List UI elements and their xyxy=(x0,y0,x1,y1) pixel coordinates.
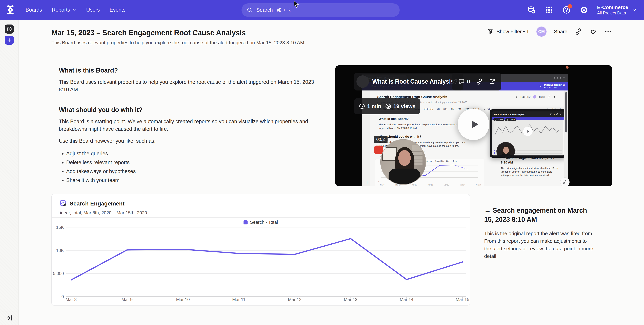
more-options-icon[interactable] xyxy=(604,28,612,35)
play-button[interactable] xyxy=(458,109,489,140)
x-tick-label: Mar 11 xyxy=(232,297,246,302)
chart-legend: Search - Total xyxy=(52,220,470,225)
captured-hide-filter: Hide Filter xyxy=(520,96,530,98)
link-icon xyxy=(548,95,550,98)
video-actions-pill: 0 xyxy=(452,73,501,90)
captured-x-tick-label: Mar 11 xyxy=(412,184,416,186)
nav-boards[interactable]: Boards xyxy=(26,7,42,13)
intro-paragraph-2: This Board is a starting point. We’ve au… xyxy=(59,118,316,133)
left-rail xyxy=(0,20,19,325)
project-scope: All Project Data xyxy=(597,10,628,15)
page-subtitle: This Board uses relevant properties to h… xyxy=(52,40,304,45)
search-placeholder: Search xyxy=(256,7,273,13)
chevron-down-icon xyxy=(72,8,76,12)
intro-text-widget: What is this Board? This Board uses rele… xyxy=(59,67,316,184)
range-button: 6M xyxy=(456,107,462,111)
video-title-pill: What is Root Cause Analysis? xyxy=(354,73,463,90)
list-item: Adjust the queries xyxy=(66,150,316,157)
captured-x-tick-label: Mar 9 xyxy=(380,184,384,186)
copy-link-icon[interactable] xyxy=(575,28,582,35)
y-tick-label: 5,000 xyxy=(52,271,64,276)
search-input[interactable]: Search ⌘ + K xyxy=(242,3,400,17)
nested-comments-count: 0 xyxy=(554,113,554,115)
show-filter-button[interactable]: Show Filter • 1 xyxy=(487,28,529,35)
nested-play-button xyxy=(523,127,532,136)
rail-divider xyxy=(0,312,19,312)
nav-users[interactable]: Users xyxy=(86,7,100,13)
legend-swatch xyxy=(244,220,248,224)
x-tick-label: Mar 14 xyxy=(400,297,414,302)
intro-paragraph-3: Use this Board however you like, such as… xyxy=(59,137,316,145)
board-controls: Show Filter • 1 CM Share xyxy=(487,26,612,36)
project-switcher[interactable]: E-Commerce All Project Data xyxy=(597,4,637,15)
line-chart-plot xyxy=(66,225,466,301)
funnel-plus-icon xyxy=(487,28,494,35)
list-item: Share it with your team xyxy=(66,177,316,184)
video-title: What is Root Cause Analysis? xyxy=(372,78,458,85)
video-timestamp: 0:02 xyxy=(374,136,388,143)
captured-scrollbar xyxy=(564,90,568,186)
side-note-body: This is the original report the alert wa… xyxy=(484,230,595,260)
captured-copy-link-button xyxy=(560,177,570,186)
report-subtitle: Linear, total, Mar 8th, 2020 – Mar 15th,… xyxy=(58,210,147,216)
x-tick-label: Mar 10 xyxy=(176,297,190,302)
nested-video-tablet: What is Root Cause Analysis? 0 18 sec xyxy=(490,109,566,158)
side-note: ← Search engagement on March 15, 2023 8:… xyxy=(484,206,595,260)
nav-reports[interactable]: Reports xyxy=(52,7,76,13)
report-title[interactable]: Search Engagement xyxy=(70,200,124,207)
video-views: 19 views xyxy=(394,103,416,109)
discover-compass-button[interactable] xyxy=(5,24,14,33)
top-nav: Boards Reports Users Events Search ⌘ + K… xyxy=(0,0,644,20)
settings-gear-icon[interactable] xyxy=(580,5,588,14)
line-chart-report-icon xyxy=(60,200,67,207)
help-icon[interactable] xyxy=(562,5,571,14)
y-tick-label: 10K xyxy=(52,248,64,253)
open-external-icon[interactable] xyxy=(488,78,496,85)
y-tick-label: 15K xyxy=(52,225,64,230)
clock-icon xyxy=(495,119,496,121)
list-item: Add takeaways or hypotheses xyxy=(66,168,316,175)
captured-x-tick-label: Mar 12 xyxy=(428,184,433,186)
video-meta-pill: 1 min 19 views xyxy=(354,98,420,114)
x-tick-label: Mar 12 xyxy=(288,297,302,302)
add-board-button[interactable] xyxy=(5,35,14,45)
captured-x-axis-labels: Mar 9Mar 10Mar 11Mar 12Mar 13Mar 14Mar 1… xyxy=(380,184,481,186)
expand-sidebar-button[interactable] xyxy=(6,314,14,322)
x-tick-label: Mar 8 xyxy=(66,297,77,302)
funnel-icon xyxy=(515,95,518,98)
legend-label: Search - Total xyxy=(250,220,278,225)
share-button[interactable]: Share xyxy=(554,29,567,34)
apps-grid-icon[interactable] xyxy=(545,5,554,14)
favorite-heart-icon[interactable] xyxy=(590,28,597,35)
nested-views: 1 view xyxy=(509,119,514,121)
captured-share: Share xyxy=(539,96,545,98)
recording-dot xyxy=(566,66,568,69)
nav-events[interactable]: Events xyxy=(110,7,126,13)
video-comments-button[interactable]: 0 xyxy=(458,78,470,85)
range-button: Yesterday xyxy=(422,107,435,111)
intro-bullet-list: Adjust the queries Delete less relevant … xyxy=(66,150,316,184)
range-button: 30D xyxy=(442,107,449,111)
link-icon xyxy=(556,113,558,115)
range-button: 7D xyxy=(436,107,441,111)
record-stop-button[interactable] xyxy=(374,146,383,154)
heart-icon xyxy=(553,95,556,98)
captured-project-scope: All Project Data xyxy=(544,86,565,88)
mixpanel-board-page: Boards Reports Users Events Search ⌘ + K… xyxy=(0,0,644,325)
report-card-search-engagement: Search Engagement Linear, total, Mar 8th… xyxy=(52,194,470,306)
avatar[interactable]: CM xyxy=(536,26,546,36)
data-management-icon[interactable] xyxy=(527,5,536,14)
copy-link-icon[interactable] xyxy=(476,78,483,85)
mixpanel-logo-icon[interactable] xyxy=(5,4,16,15)
views-eye-icon xyxy=(506,119,508,121)
webcam-bubble xyxy=(380,139,426,185)
primary-nav: Boards Reports Users Events xyxy=(26,7,126,13)
search-icon xyxy=(539,85,542,87)
nested-video-title: What is Root Cause Analysis? xyxy=(494,113,526,116)
external-link-icon xyxy=(560,113,562,115)
video-embed[interactable]: Mar 15, 2023 - Search Enga...× + )( Boar… xyxy=(335,65,612,186)
chevron-down-icon xyxy=(563,76,565,79)
side-note-title: ← Search engagement on March 15, 2023 8:… xyxy=(484,206,595,224)
chevron-down-icon xyxy=(631,7,637,13)
presenter-face xyxy=(398,150,411,166)
